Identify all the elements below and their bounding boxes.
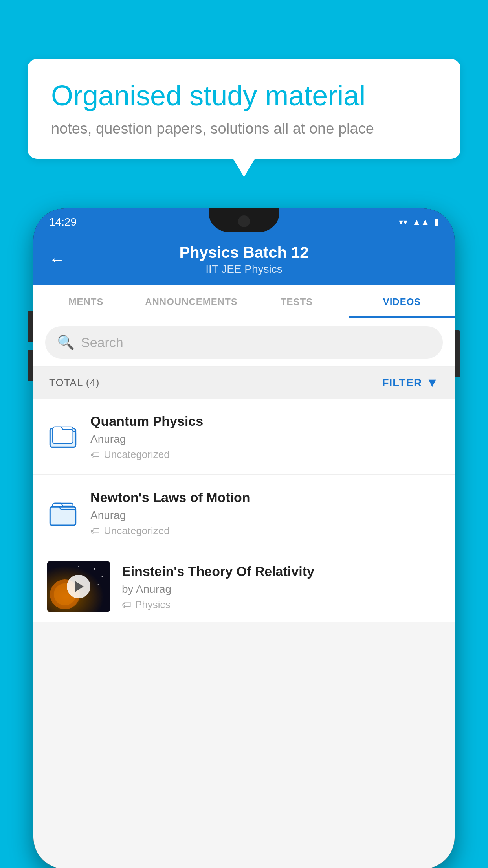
- tag-label: Uncategorized: [104, 525, 170, 537]
- search-icon: 🔍: [57, 334, 75, 351]
- list-item[interactable]: Einstein's Theory Of Relativity by Anura…: [33, 551, 455, 622]
- video-author: by Anurag: [122, 583, 441, 596]
- tab-announcements[interactable]: ANNOUNCEMENTS: [139, 285, 244, 318]
- filter-button[interactable]: FILTER ▼: [382, 375, 439, 390]
- tab-videos[interactable]: VIDEOS: [349, 285, 455, 318]
- volume-up-button: [28, 311, 33, 342]
- video-title: Quantum Physics: [90, 412, 441, 430]
- svg-point-11: [78, 566, 79, 567]
- filter-icon: ▼: [426, 375, 439, 390]
- filter-label: FILTER: [382, 377, 422, 389]
- video-author: Anurag: [90, 509, 441, 522]
- tag-icon: 🏷: [90, 526, 100, 537]
- video-title: Newton's Laws of Motion: [90, 489, 441, 506]
- video-tag: 🏷 Uncategorized: [90, 525, 441, 537]
- svg-point-10: [98, 584, 99, 585]
- bubble-subtitle: notes, question papers, solutions all at…: [51, 120, 437, 137]
- folder-icon-wrap: [47, 499, 79, 527]
- search-container: 🔍 Search: [33, 318, 455, 367]
- speech-bubble: Organised study material notes, question…: [28, 59, 460, 159]
- tab-ments[interactable]: MENTS: [33, 285, 139, 318]
- folder-icon-wrap: [47, 423, 79, 451]
- battery-icon: ▮: [434, 217, 439, 227]
- batch-title: Physics Batch 12: [49, 244, 439, 261]
- wifi-icon: ▾▾: [399, 217, 407, 227]
- video-tag: 🏷 Uncategorized: [90, 449, 441, 461]
- phone-frame: 14:29 ▾▾ ▲▲ ▮ ← Physics Batch 12 IIT JEE…: [33, 208, 455, 868]
- video-thumbnail: [47, 561, 110, 612]
- list-item[interactable]: Quantum Physics Anurag 🏷 Uncategorized: [33, 399, 455, 475]
- list-item[interactable]: Newton's Laws of Motion Anurag 🏷 Uncateg…: [33, 475, 455, 551]
- screen-content: 🔍 Search TOTAL (4) FILTER ▼: [33, 318, 455, 868]
- bubble-title: Organised study material: [51, 79, 437, 112]
- total-count: TOTAL (4): [49, 377, 99, 389]
- batch-subtitle: IIT JEE Physics: [49, 263, 439, 276]
- app-bar: ← Physics Batch 12 IIT JEE Physics: [33, 236, 455, 285]
- tag-icon: 🏷: [122, 599, 131, 610]
- filter-bar: TOTAL (4) FILTER ▼: [33, 367, 455, 399]
- play-button[interactable]: [67, 575, 90, 598]
- search-placeholder: Search: [81, 335, 123, 350]
- status-bar: 14:29 ▾▾ ▲▲ ▮: [33, 208, 455, 236]
- svg-point-7: [94, 568, 95, 570]
- signal-icon: ▲▲: [412, 217, 429, 227]
- tab-bar: MENTS ANNOUNCEMENTS TESTS VIDEOS: [33, 285, 455, 318]
- tag-icon: 🏷: [90, 449, 100, 460]
- video-author: Anurag: [90, 433, 441, 445]
- video-info: Einstein's Theory Of Relativity by Anura…: [122, 563, 441, 611]
- svg-point-8: [102, 576, 103, 577]
- folder-icon: [49, 499, 77, 527]
- tag-label: Physics: [135, 599, 171, 611]
- video-title: Einstein's Theory Of Relativity: [122, 563, 441, 580]
- status-time: 14:29: [49, 216, 77, 228]
- video-info: Quantum Physics Anurag 🏷 Uncategorized: [90, 412, 441, 461]
- phone-screen: 14:29 ▾▾ ▲▲ ▮ ← Physics Batch 12 IIT JEE…: [33, 208, 455, 868]
- power-button: [455, 330, 460, 377]
- app-bar-title-group: Physics Batch 12 IIT JEE Physics: [49, 244, 439, 276]
- volume-down-button: [28, 350, 33, 381]
- video-list: Quantum Physics Anurag 🏷 Uncategorized: [33, 399, 455, 622]
- video-tag: 🏷 Physics: [122, 599, 441, 611]
- back-button[interactable]: ←: [49, 251, 65, 268]
- tab-tests[interactable]: TESTS: [244, 285, 349, 318]
- status-icons: ▾▾ ▲▲ ▮: [399, 217, 439, 227]
- search-bar[interactable]: 🔍 Search: [45, 326, 443, 359]
- tag-label: Uncategorized: [104, 449, 170, 461]
- video-info: Newton's Laws of Motion Anurag 🏷 Uncateg…: [90, 489, 441, 537]
- svg-point-9: [86, 565, 87, 565]
- folder-icon: [49, 423, 77, 451]
- play-triangle-icon: [75, 581, 84, 592]
